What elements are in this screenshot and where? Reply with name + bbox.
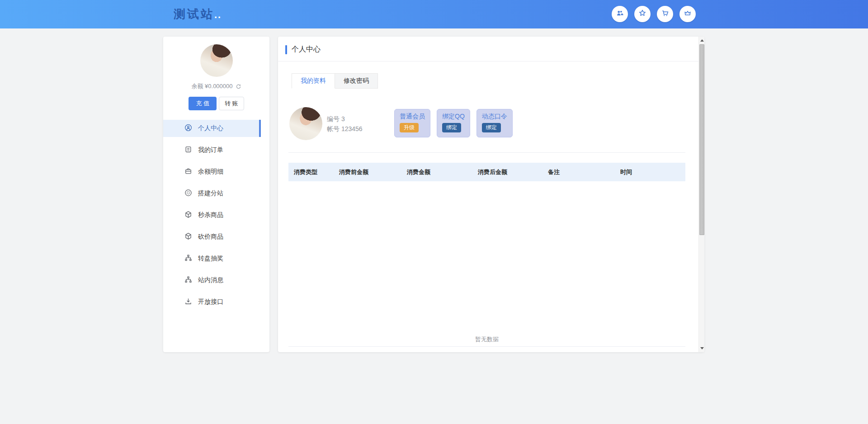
sitemap-icon <box>184 254 192 263</box>
users-icon <box>616 9 624 19</box>
sidebar-item-label: 站内消息 <box>198 276 223 284</box>
col-time: 时间 <box>615 168 685 176</box>
content-scrollbar[interactable] <box>698 37 704 352</box>
section-divider <box>288 152 685 153</box>
wallet-icon <box>184 167 192 176</box>
sidebar-item-lucky-wheel[interactable]: 转盘抽奖 <box>163 250 261 267</box>
crown-icon <box>684 9 692 19</box>
scrollbar-thumb[interactable] <box>699 44 704 235</box>
site-logo-dots: .. <box>214 9 222 20</box>
sidebar-item-label: 开放接口 <box>198 298 223 306</box>
sidebar-item-bargain-goods[interactable]: 砍价商品 <box>163 228 261 245</box>
profile-avatar <box>289 107 322 140</box>
cart-icon <box>661 9 669 19</box>
table-body: 暂无数据 <box>288 181 685 347</box>
refresh-icon[interactable] <box>236 84 241 90</box>
crown-button[interactable] <box>679 6 696 22</box>
star-icon <box>638 9 646 19</box>
scroll-down-button[interactable] <box>699 344 705 352</box>
sidebar-item-personal-center[interactable]: 个人中心 <box>163 120 261 137</box>
col-consume-type: 消费类型 <box>288 168 334 176</box>
page-header: 个人中心 <box>278 37 704 61</box>
order-icon <box>184 146 192 155</box>
col-amount: 消费金额 <box>401 168 472 176</box>
user-icon <box>184 124 192 133</box>
page-title: 个人中心 <box>292 45 321 54</box>
users-button[interactable] <box>612 6 628 22</box>
upgrade-button[interactable]: 升级 <box>400 123 419 132</box>
cart-button[interactable] <box>657 6 673 22</box>
download-icon <box>184 297 192 306</box>
user-id: 编号 3 <box>327 114 363 124</box>
site-logo-text: 测试站 <box>174 7 214 21</box>
transfer-button[interactable]: 转 账 <box>219 97 244 110</box>
sidebar-item-seckill-goods[interactable]: 秒杀商品 <box>163 207 261 224</box>
sidebar-item-label: 砍价商品 <box>198 233 223 241</box>
globe-icon <box>184 189 192 198</box>
bind-otp-button[interactable]: 绑定 <box>482 123 501 132</box>
sidebar-item-label: 个人中心 <box>198 124 223 132</box>
sidebar-item-build-substation[interactable]: 搭建分站 <box>163 185 261 202</box>
sidebar-menu: 个人中心 我的订单 余额明细 搭建分站 秒杀商品 砍价商品 转盘抽奖 站内消息 <box>163 120 269 315</box>
profile-summary: 编号 3 帐号 123456 <box>289 107 363 140</box>
triangle-down-icon <box>700 347 704 349</box>
badge-cards: 普通会员 升级 绑定QQ 绑定 动态口令 绑定 <box>394 109 513 137</box>
star-button[interactable] <box>634 6 651 22</box>
title-accent-bar <box>285 45 287 54</box>
sitemap-icon <box>184 276 192 285</box>
site-logo[interactable]: 测试站.. <box>174 0 222 28</box>
topbar: 测试站.. <box>0 0 868 28</box>
tabs: 我的资料 修改密码 <box>292 73 378 89</box>
sidebar-panel: 余额 ¥0.000000 充 值 转 账 个人中心 我的订单 余额明细 搭建分站… <box>163 37 269 352</box>
triangle-up-icon <box>700 39 704 42</box>
empty-state-text: 暂无数据 <box>288 335 685 344</box>
consumption-table: 消费类型 消费前金额 消费金额 消费后金额 备注 时间 暂无数据 <box>288 163 685 347</box>
sidebar-item-label: 余额明细 <box>198 168 223 176</box>
sidebar-item-site-messages[interactable]: 站内消息 <box>163 272 261 289</box>
col-remark: 备注 <box>542 168 615 176</box>
user-avatar[interactable] <box>200 44 233 77</box>
main-panel: 个人中心 我的资料 修改密码 编号 3 帐号 123456 普通会员 升级 绑定… <box>278 37 704 352</box>
member-level-title: 普通会员 <box>400 113 425 121</box>
sidebar-item-label: 秒杀商品 <box>198 211 223 219</box>
col-amount-after: 消费后金额 <box>472 168 542 176</box>
tab-change-password[interactable]: 修改密码 <box>335 73 378 89</box>
tab-my-profile[interactable]: 我的资料 <box>292 73 335 89</box>
col-amount-before: 消费前金额 <box>334 168 401 176</box>
otp-title: 动态口令 <box>482 113 507 121</box>
sidebar-item-label: 转盘抽奖 <box>198 254 223 263</box>
bind-qq-title: 绑定QQ <box>442 113 465 121</box>
member-level-card: 普通会员 升级 <box>394 109 430 137</box>
table-header-row: 消费类型 消费前金额 消费金额 消费后金额 备注 时间 <box>288 163 685 181</box>
sidebar-item-my-orders[interactable]: 我的订单 <box>163 141 261 159</box>
user-account: 帐号 123456 <box>327 124 363 134</box>
cube-icon <box>184 232 192 241</box>
sidebar-item-label: 搭建分站 <box>198 189 223 198</box>
recharge-button[interactable]: 充 值 <box>189 97 217 110</box>
balance-label: 余额 ¥0.000000 <box>191 82 232 90</box>
otp-card: 动态口令 绑定 <box>476 109 513 137</box>
sidebar-item-balance-detail[interactable]: 余额明细 <box>163 163 261 180</box>
sidebar-item-label: 我的订单 <box>198 146 223 154</box>
bind-qq-button[interactable]: 绑定 <box>442 123 461 132</box>
topbar-icons <box>612 6 696 22</box>
sidebar-item-open-api[interactable]: 开放接口 <box>163 293 261 311</box>
scroll-up-button[interactable] <box>699 37 705 44</box>
bind-qq-card: 绑定QQ 绑定 <box>437 109 470 137</box>
cube-icon <box>184 211 192 220</box>
